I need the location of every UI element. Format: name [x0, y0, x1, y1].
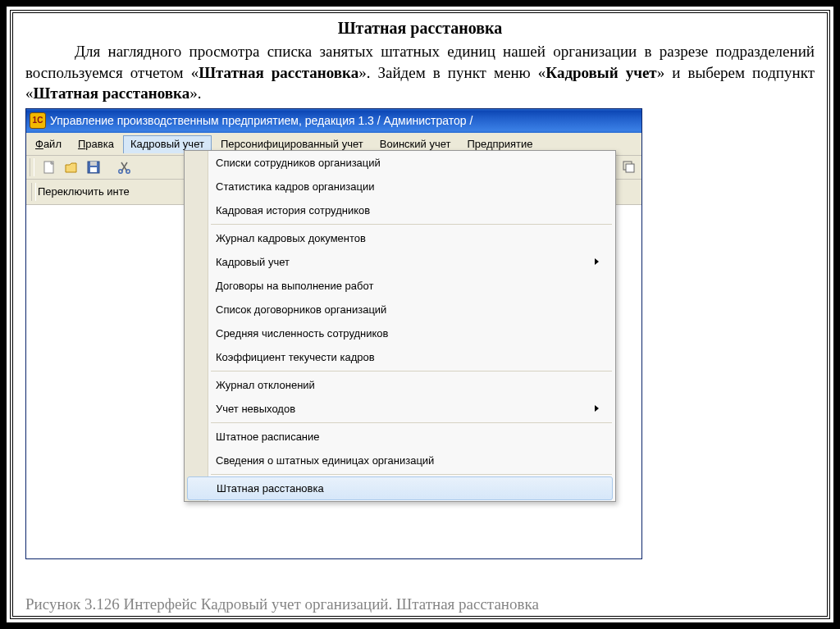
dd-item-hr-accounting-submenu[interactable]: Кадровый учет: [185, 250, 615, 274]
dd-item-employee-lists[interactable]: Списки сотрудников организаций: [185, 151, 615, 175]
dd-item-hr-history[interactable]: Кадровая история сотрудников: [185, 198, 615, 222]
doc-title: Штатная расстановка: [25, 17, 815, 39]
dd-label: Списки сотрудников организаций: [216, 157, 381, 169]
floppy-disk-icon: [86, 160, 101, 175]
para-bold-2: Кадровый учет: [546, 64, 656, 81]
menu-pers-label: Персонифицированный учет: [221, 138, 363, 150]
dd-item-absences-submenu[interactable]: Учет невыходов: [185, 397, 615, 421]
menu-file-label: айл: [43, 138, 62, 150]
svg-point-5: [126, 170, 130, 173]
submenu-arrow-icon: [595, 405, 599, 412]
switch-interface-label[interactable]: Переключить инте: [38, 185, 130, 198]
cut-button[interactable]: [116, 158, 134, 176]
dd-label: Журнал отклонений: [216, 379, 315, 391]
menu-mil-label: Воинский учет: [380, 138, 451, 150]
menu-edit[interactable]: Правка: [71, 135, 121, 153]
dd-item-turnover-rate[interactable]: Коэффициент текучести кадров: [185, 345, 615, 369]
svg-rect-2: [90, 162, 97, 166]
new-document-button[interactable]: [40, 158, 58, 176]
dd-label: Кадровый учет: [216, 256, 290, 268]
dd-item-staffing-schedule[interactable]: Штатное расписание: [185, 425, 615, 449]
dd-item-avg-headcount[interactable]: Средняя численность сотрудников: [185, 321, 615, 345]
figure-caption: Рисунок 3.126 Интерфейс Кадровый учет ор…: [25, 595, 764, 613]
para-bold-1: Штатная расстановка: [199, 64, 358, 81]
dd-label: Журнал кадровых документов: [216, 232, 366, 244]
dd-item-deviations-journal[interactable]: Журнал отклонений: [185, 373, 615, 397]
dd-item-staff-units-info[interactable]: Сведения о штатных единицах организаций: [185, 449, 615, 472]
dd-label: Средняя численность сотрудников: [216, 327, 389, 340]
dropdown-separator: [211, 422, 612, 423]
dd-label: Статистика кадров организации: [216, 180, 374, 193]
menu-edit-underline: П: [78, 138, 85, 150]
switch-handle: [31, 183, 36, 201]
menu-ent-label: Предприятие: [467, 138, 532, 150]
cascade-icon: [622, 160, 637, 175]
dropdown-separator: [211, 371, 612, 371]
dd-label: Список договорников организаций: [216, 303, 386, 316]
toolbar-handle: [30, 158, 34, 176]
svg-rect-7: [626, 164, 634, 172]
page-outer-frame: Штатная расстановка Для наглядного просм…: [0, 0, 840, 629]
dd-item-staff-arrangement[interactable]: Штатная расстановка: [187, 476, 613, 500]
dd-label: Учет невыходов: [216, 403, 295, 415]
app-icon-text: 1C: [33, 116, 43, 125]
dropdown-separator: [211, 474, 612, 475]
window-titlebar[interactable]: 1C Управление производственным предприят…: [26, 109, 641, 133]
menu-file-underline: Ф: [35, 138, 43, 150]
folder-open-icon: [64, 160, 79, 175]
para-bold-3: Штатная расстановка: [34, 84, 190, 102]
svg-point-4: [119, 170, 122, 173]
save-button[interactable]: [84, 158, 103, 176]
dd-label: Кадровая история сотрудников: [216, 204, 370, 217]
app-window: 1C Управление производственным предприят…: [25, 108, 642, 559]
dd-item-work-contracts[interactable]: Договоры на выполнение работ: [185, 274, 615, 298]
dd-item-hr-documents-journal[interactable]: Журнал кадровых документов: [185, 226, 615, 250]
dd-label: Коэффициент текучести кадров: [216, 351, 375, 363]
para-text-4: ».: [189, 84, 201, 102]
open-folder-button[interactable]: [62, 158, 80, 176]
dd-item-contractors-list[interactable]: Список договорников организаций: [185, 298, 615, 321]
para-text-2: ». Зайдем в пункт меню «: [358, 64, 546, 81]
dd-label: Штатная расстановка: [217, 482, 324, 495]
page-inner-frame: Штатная расстановка Для наглядного просм…: [10, 10, 830, 619]
cascade-windows-button[interactable]: [620, 158, 638, 176]
app-icon: 1C: [30, 112, 46, 129]
menu-edit-label: равка: [85, 138, 114, 150]
doc-paragraph: Для наглядного просмотра списка занятых …: [25, 41, 815, 104]
svg-rect-3: [90, 167, 97, 172]
menu-file[interactable]: Файл: [28, 135, 69, 153]
dd-label: Договоры на выполнение работ: [216, 280, 373, 292]
dd-label: Штатное расписание: [216, 431, 320, 443]
window-title-text: Управление производственным предприятием…: [50, 114, 472, 127]
dd-label: Сведения о штатных единицах организаций: [216, 454, 434, 467]
dd-item-hr-statistics[interactable]: Статистика кадров организации: [185, 175, 615, 198]
scissors-icon: [117, 160, 132, 175]
submenu-arrow-icon: [595, 258, 599, 265]
dropdown-separator: [211, 224, 612, 225]
document-text-block: Штатная расстановка Для наглядного просм…: [13, 13, 827, 104]
new-doc-icon: [42, 160, 57, 175]
menu-hr-label: Кадровый учет: [130, 138, 204, 150]
hr-dropdown-menu: Списки сотрудников организаций Статистик…: [184, 150, 616, 502]
